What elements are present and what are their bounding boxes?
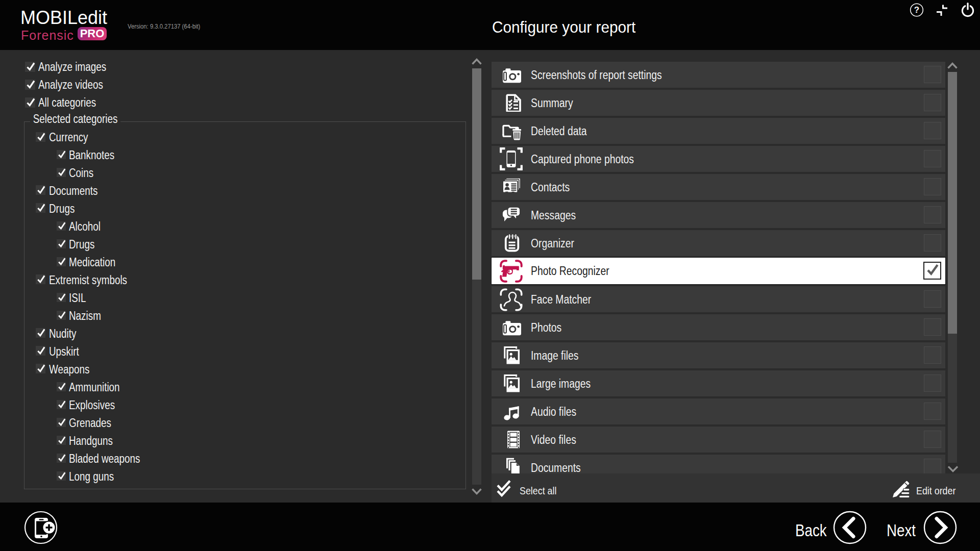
svg-text:?: ?	[914, 5, 919, 15]
